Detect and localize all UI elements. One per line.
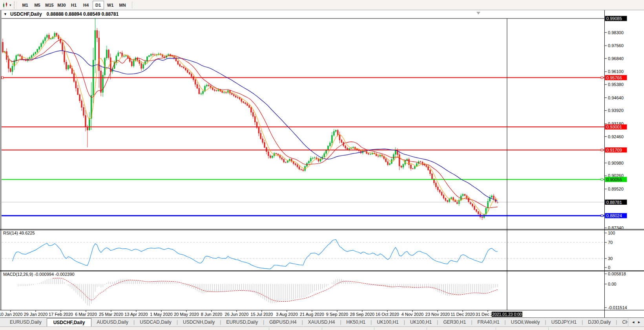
macd-scale-label: 0.005818 — [608, 271, 626, 276]
hline-anchor[interactable] — [601, 214, 603, 216]
price-tick-label: 0.89520 — [608, 187, 624, 191]
date-tick-label: 21 Aug 2020 — [300, 312, 324, 317]
tab-dj30-daily[interactable]: DJ30,Daily — [583, 318, 616, 326]
tab-usdcad-daily[interactable]: USDCAD,Daily — [135, 318, 177, 326]
moving-averages-layer — [3, 37, 498, 215]
timeframe-button-w1[interactable]: W1 — [105, 1, 116, 9]
hline-anchor[interactable] — [601, 77, 603, 79]
tab-usdchf-daily[interactable]: USDCHF,Daily — [47, 318, 92, 326]
tab-gbpusd-h4[interactable]: GBPUSD,H4 — [264, 318, 301, 326]
top-toolbar: ▾ M1M5M15M30H1H4D1W1MN — [0, 0, 644, 10]
status-separator — [322, 327, 322, 330]
date-tick-label: 17 Feb 2020 — [49, 312, 73, 317]
status-separator — [548, 327, 549, 330]
timeframe-button-h1[interactable]: H1 — [68, 1, 80, 9]
timeframe-button-d1[interactable]: D1 — [93, 1, 104, 9]
timeframe-button-m15[interactable]: M15 — [44, 1, 55, 9]
symbol-dropdown-icon[interactable]: ▼ — [4, 12, 7, 16]
date-axis: 10 Jan 202029 Jan 202017 Feb 20206 Mar 2… — [0, 310, 500, 317]
price-badge-label: 0.93001 — [606, 125, 622, 129]
macd-label: MACD(12,26,9) -0.000994 -0.002390 — [3, 272, 75, 277]
price-tick-label: 0.96840 — [608, 56, 624, 61]
macd-panel — [18, 278, 498, 306]
price-tick-label: 0.94640 — [608, 95, 624, 100]
rsi-panel — [2, 240, 604, 269]
status-separator — [496, 327, 496, 330]
application-window: ▾ M1M5M15M30H1H4D1W1MN 0.983000.975600.9… — [0, 0, 644, 330]
price-badge-label: 0.91709 — [606, 148, 622, 152]
price-badge-label: 0.99085 — [606, 16, 622, 21]
date-tick-label: 25 Mar 2020 — [99, 312, 123, 317]
date-tick-label: 8 Jun 2020 — [201, 312, 222, 317]
price-tick-label: 0.97560 — [608, 43, 624, 48]
tab-uk100-h1[interactable]: UK100,H1 — [405, 318, 437, 326]
timeframe-button-m30[interactable]: M30 — [56, 1, 68, 9]
hline-anchor[interactable] — [2, 77, 4, 79]
symbol-name: USDCHF,Daily — [10, 11, 42, 17]
date-tick-label: 13 Apr 2020 — [124, 312, 148, 317]
price-badge-label: 0.88024 — [606, 213, 622, 218]
macd-scale-label: -0.011514 — [608, 305, 627, 310]
candlestick-tool-icon — [2, 2, 9, 8]
rsi-scale-label: 0 — [608, 265, 610, 270]
tab-eurusd-daily[interactable]: EURUSD,Daily — [221, 318, 263, 326]
ma-slow-line — [3, 51, 498, 201]
timeframe-button-h4[interactable]: H4 — [80, 1, 92, 9]
rsi-line — [13, 240, 498, 269]
price-badge-current-price-line: 0.88781 — [605, 200, 627, 205]
price-badge-resistance-2: 0.93001 — [605, 125, 627, 130]
price-badge-support-green: 0.90055 — [605, 177, 627, 182]
status-separator — [374, 327, 374, 330]
tab-xauusd-h4[interactable]: XAUUSD,H4 — [303, 318, 340, 326]
price-badge-resistance-3: 0.91709 — [605, 147, 627, 152]
price-badge-label: 0.90055 — [606, 177, 622, 182]
date-tick-label: 16 Oct 2020 — [376, 312, 399, 317]
date-tick-label: 6 Mar 2020 — [75, 312, 97, 317]
tab-usdjpy-h1[interactable]: USDJPY,H1 — [546, 318, 582, 326]
price-badge-high-line: 0.99085 — [605, 16, 627, 21]
price-tick-label: 0.98300 — [608, 30, 624, 35]
date-tick-label: 9 Sep 2020 — [326, 312, 348, 317]
price-tick-label: 0.87340 — [608, 226, 624, 230]
timeframe-button-m1[interactable]: M1 — [20, 1, 31, 9]
hline-anchor[interactable] — [601, 149, 603, 151]
dropdown-arrow-icon: ▾ — [9, 3, 11, 7]
tab-china300-h1[interactable]: CHINA300,H1 — [617, 318, 628, 326]
tab-usoil-weekly[interactable]: USOil,Weekly — [506, 318, 545, 326]
hline-anchor[interactable] — [601, 178, 603, 180]
date-tick-label: 15 Jul 2020 — [251, 312, 273, 317]
chart-canvas[interactable]: 0.983000.975600.968400.961000.953800.946… — [0, 10, 644, 317]
ma-mid-line — [3, 40, 498, 208]
tabs-scroll-left-icon[interactable]: ◄ — [631, 320, 635, 324]
tabs-scroll-right-icon[interactable]: ► — [637, 320, 641, 324]
tab-ger30-h1[interactable]: GER30,H1 — [438, 318, 471, 326]
date-tick-label: 11 Dec 2020 — [451, 312, 475, 317]
macd-signal-line — [53, 278, 498, 302]
rsi-label: RSI(14) 49.6225 — [3, 231, 35, 235]
toolbar-grip[interactable] — [14, 2, 17, 9]
tab-fra40-h1[interactable]: FRA40,H1 — [473, 318, 505, 326]
tab-hk50-h1[interactable]: HK50,H1 — [341, 318, 371, 326]
timeframe-button-mn[interactable]: MN — [117, 1, 128, 9]
timeframe-button-m5[interactable]: M5 — [32, 1, 43, 9]
chart-shift-marker — [476, 12, 480, 15]
toolbar-separator — [132, 2, 132, 9]
price-axis: 0.983000.975600.968400.961000.953800.946… — [605, 30, 627, 310]
chart-title: ▼USDCHF,Daily0.88888 0.88894 0.88549 0.8… — [4, 11, 119, 17]
price-tick-label: 0.95380 — [608, 82, 624, 87]
tab-eurusd-daily[interactable]: EURUSD,Daily — [5, 318, 47, 326]
date-tick-label: 26 Jun 2020 — [225, 312, 249, 317]
tab-audusd-daily[interactable]: AUDUSD,Daily — [91, 318, 133, 326]
chart-tool-button[interactable]: ▾ — [1, 2, 13, 9]
date-tick-label: 20 May 2020 — [174, 312, 199, 317]
rsi-scale-label: 30 — [608, 256, 613, 261]
tab-usdcnh-daily[interactable]: USDCNH,Daily — [178, 318, 220, 326]
rsi-scale-label: 70 — [608, 240, 613, 245]
candles-layer — [2, 18, 498, 220]
chart-tabs: EURUSD,DailyUSDCHF,DailyAUDUSD,Daily|USD… — [0, 318, 628, 326]
date-tick-label: 28 Sep 2020 — [350, 312, 374, 317]
ohlc-values: 0.88888 0.88894 0.88549 0.88781 — [47, 11, 119, 17]
tab-uk100-h1[interactable]: UK100,H1 — [372, 318, 403, 326]
price-badge-support-blue: 0.88024 — [605, 213, 627, 218]
date-tick-label: 23 Nov 2020 — [425, 312, 450, 317]
